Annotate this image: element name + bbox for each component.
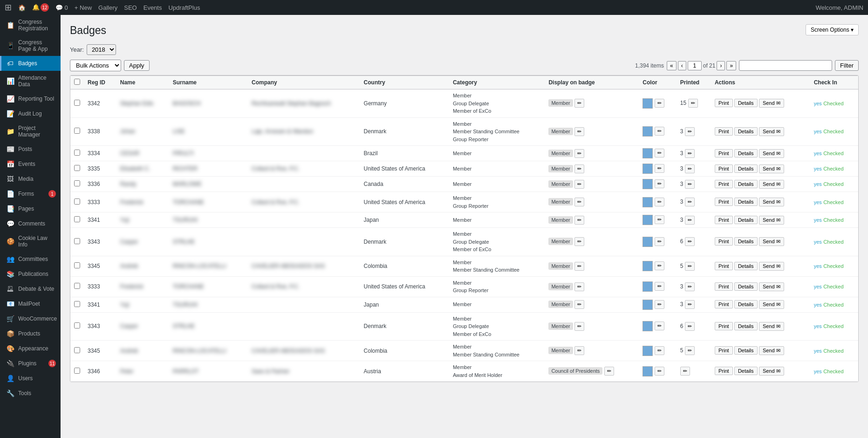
sidebar-item-comments[interactable]: 💬 Comments	[0, 216, 61, 231]
sidebar-item-products[interactable]: 📦 Products	[0, 326, 61, 341]
print-button-1[interactable]: Print	[715, 127, 733, 136]
details-button-1[interactable]: Details	[734, 127, 758, 136]
sidebar-item-plugins[interactable]: 🔌 Plugins 11	[0, 356, 61, 371]
color-swatch-9[interactable]	[642, 281, 653, 292]
sidebar-item-committees[interactable]: 👥 Committees	[0, 252, 61, 267]
details-button-6[interactable]: Details	[734, 216, 758, 224]
print-button-13[interactable]: Print	[715, 367, 733, 375]
color-header[interactable]: Color	[639, 76, 677, 89]
row-checkbox-11[interactable]	[74, 322, 80, 328]
details-button-4[interactable]: Details	[734, 180, 758, 188]
printed-edit-9[interactable]: ✏	[685, 282, 695, 291]
row-checkbox-9[interactable]	[74, 283, 80, 289]
color-edit-5[interactable]: ✏	[655, 198, 664, 206]
color-swatch-5[interactable]	[642, 197, 653, 207]
print-button-9[interactable]: Print	[715, 282, 733, 291]
send-button-13[interactable]: Send ✉	[759, 367, 784, 376]
sidebar-item-mailpoet[interactable]: 📧 MailPoet	[0, 296, 61, 311]
sidebar-item-posts[interactable]: 📰 Posts	[0, 142, 61, 157]
print-button-3[interactable]: Print	[715, 164, 733, 173]
sidebar-item-pages[interactable]: 📑 Pages	[0, 201, 61, 216]
display-badge-edit-4[interactable]: ✏	[574, 180, 584, 189]
row-checkbox-7[interactable]	[74, 238, 80, 244]
print-button-12[interactable]: Print	[715, 346, 733, 355]
print-button-0[interactable]: Print	[715, 99, 733, 107]
printed-edit-2[interactable]: ✏	[685, 149, 695, 158]
display-badge-edit-6[interactable]: ✏	[574, 216, 584, 225]
display-badge-edit-1[interactable]: ✏	[574, 127, 584, 136]
color-edit-3[interactable]: ✏	[655, 164, 664, 173]
display-badge-edit-13[interactable]: ✏	[604, 367, 614, 376]
page-number-input[interactable]	[688, 61, 702, 70]
print-button-11[interactable]: Print	[715, 322, 733, 330]
color-swatch-2[interactable]	[642, 148, 653, 158]
details-button-11[interactable]: Details	[734, 322, 758, 330]
send-button-7[interactable]: Send ✉	[759, 237, 784, 246]
sidebar-item-forms[interactable]: 📄 Forms 1	[0, 186, 61, 201]
send-button-10[interactable]: Send ✉	[759, 300, 784, 309]
details-button-8[interactable]: Details	[734, 262, 758, 270]
send-button-9[interactable]: Send ✉	[759, 282, 784, 291]
sidebar-item-tools[interactable]: 🔧 Tools	[0, 386, 61, 401]
color-swatch-12[interactable]	[642, 346, 653, 356]
prev-page-button[interactable]: ‹	[678, 61, 686, 70]
bulk-actions-select[interactable]: Bulk Actions	[70, 60, 121, 71]
printed-edit-5[interactable]: ✏	[685, 198, 695, 206]
details-button-0[interactable]: Details	[734, 99, 758, 107]
send-button-5[interactable]: Send ✉	[759, 198, 784, 206]
sidebar-item-appearance[interactable]: 🎨 Appearance	[0, 341, 61, 356]
first-page-button[interactable]: «	[667, 61, 677, 70]
color-edit-2[interactable]: ✏	[655, 149, 664, 157]
select-all-checkbox[interactable]	[74, 79, 80, 85]
color-edit-1[interactable]: ✏	[655, 127, 664, 136]
site-icon[interactable]: 🏠	[18, 4, 26, 11]
color-swatch-10[interactable]	[642, 300, 653, 310]
send-button-0[interactable]: Send ✉	[759, 99, 784, 108]
printed-edit-3[interactable]: ✏	[685, 164, 695, 173]
display-badge-edit-7[interactable]: ✏	[574, 237, 584, 246]
sidebar-item-audit-log[interactable]: 📝 Audit Log	[0, 106, 61, 121]
send-button-2[interactable]: Send ✉	[759, 149, 784, 158]
send-button-4[interactable]: Send ✉	[759, 180, 784, 189]
screen-options-button[interactable]: Screen Options ▾	[806, 24, 859, 35]
display-badge-edit-12[interactable]: ✏	[574, 346, 584, 355]
row-checkbox-3[interactable]	[74, 165, 80, 171]
name-header[interactable]: Name	[116, 76, 169, 89]
color-edit-6[interactable]: ✏	[655, 215, 664, 224]
company-header[interactable]: Company	[248, 76, 360, 89]
row-checkbox-6[interactable]	[74, 216, 80, 222]
display-badge-edit-10[interactable]: ✏	[574, 300, 584, 309]
color-swatch-7[interactable]	[642, 237, 653, 247]
send-button-6[interactable]: Send ✉	[759, 216, 784, 225]
print-button-2[interactable]: Print	[715, 149, 733, 157]
send-button-8[interactable]: Send ✉	[759, 262, 784, 271]
search-input[interactable]	[739, 60, 832, 71]
row-checkbox-13[interactable]	[74, 368, 80, 374]
sidebar-item-media[interactable]: 🖼 Media	[0, 171, 61, 186]
details-button-3[interactable]: Details	[734, 164, 758, 173]
sidebar-item-users[interactable]: 👤 Users	[0, 371, 61, 386]
details-button-2[interactable]: Details	[734, 149, 758, 157]
color-edit-9[interactable]: ✏	[655, 282, 664, 291]
row-checkbox-1[interactable]	[74, 128, 80, 134]
printed-edit-1[interactable]: ✏	[685, 127, 695, 136]
details-button-7[interactable]: Details	[734, 237, 758, 246]
print-button-10[interactable]: Print	[715, 300, 733, 308]
color-edit-4[interactable]: ✏	[655, 179, 664, 188]
color-swatch-3[interactable]	[642, 164, 653, 174]
gallery-link[interactable]: Gallery	[98, 4, 117, 11]
display-badge-edit-8[interactable]: ✏	[574, 262, 584, 271]
row-checkbox-0[interactable]	[74, 100, 80, 106]
country-header[interactable]: Country	[360, 76, 449, 89]
sidebar-item-cookie-law[interactable]: 🍪 Cookie Law Info	[0, 231, 61, 252]
filter-button[interactable]: Filter	[835, 60, 859, 71]
printed-edit-11[interactable]: ✏	[685, 322, 695, 331]
row-checkbox-2[interactable]	[74, 150, 80, 156]
row-checkbox-10[interactable]	[74, 301, 80, 307]
printed-edit-0[interactable]: ✏	[688, 99, 698, 108]
color-edit-8[interactable]: ✏	[655, 261, 664, 270]
color-edit-7[interactable]: ✏	[655, 237, 664, 246]
row-checkbox-8[interactable]	[74, 262, 80, 268]
sidebar-item-project-manager[interactable]: 📁 Project Manager	[0, 121, 61, 142]
print-button-8[interactable]: Print	[715, 262, 733, 270]
